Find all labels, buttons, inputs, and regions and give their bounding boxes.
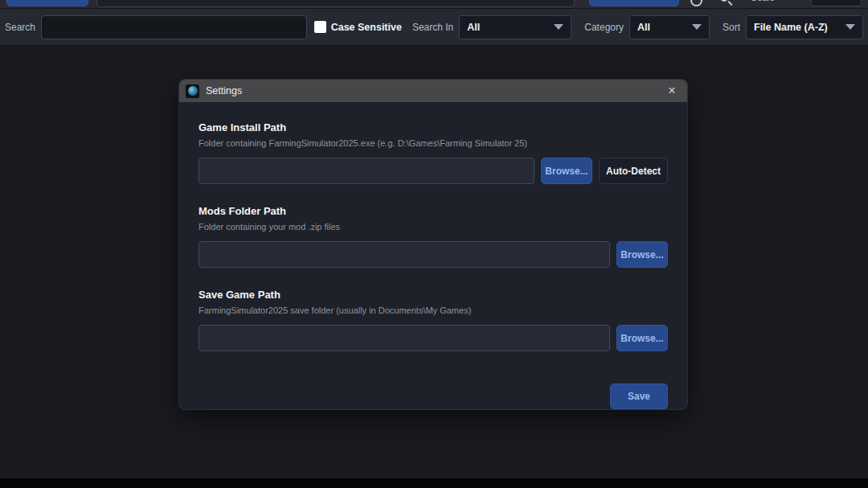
section-heading: Save Game Path xyxy=(199,289,668,301)
select-folder-button[interactable]: Select Folder xyxy=(6,0,88,6)
sort-value: File Name (A-Z) xyxy=(754,22,828,33)
section-mods-folder-path: Mods Folder Path Folder containing your … xyxy=(199,205,668,289)
browse-save-path-button[interactable]: Browse... xyxy=(616,325,668,351)
sort-dropdown[interactable]: File Name (A-Z) xyxy=(746,15,863,39)
folder-path-input[interactable] xyxy=(96,0,575,7)
search-in-label: Search In xyxy=(412,22,453,33)
chevron-down-icon xyxy=(692,24,702,30)
section-heading: Game Install Path xyxy=(199,121,668,133)
search-in-value: All xyxy=(467,22,480,33)
auto-detect-button[interactable]: Auto-Detect xyxy=(599,158,668,184)
save-game-path-input[interactable] xyxy=(199,325,610,351)
section-description: Folder containing your mod .zip files xyxy=(199,222,668,232)
chevron-down-icon xyxy=(554,24,563,30)
chevron-down-icon xyxy=(845,24,855,30)
case-sensitive-label: Case Sensitive xyxy=(331,22,402,33)
main-content-area: Settings × Game Install Path Folder cont… xyxy=(0,47,868,478)
mods-folder-path-input[interactable] xyxy=(199,241,610,268)
save-button[interactable]: Save xyxy=(610,383,668,409)
dialog-body: Game Install Path Folder containing Farm… xyxy=(179,102,687,409)
category-dropdown[interactable]: All xyxy=(629,15,710,39)
section-save-game-path: Save Game Path FarmingSimulator2025 save… xyxy=(199,289,668,372)
sort-label: Sort xyxy=(723,22,740,33)
game-install-path-input[interactable] xyxy=(199,158,534,184)
image-scale-label: Image Scale xyxy=(751,0,803,3)
dialog-titlebar[interactable]: Settings × xyxy=(179,80,687,102)
dialog-title: Settings xyxy=(206,85,242,96)
filter-bar: Search Case Sensitive Search In All Cate… xyxy=(0,9,868,46)
image-scale-value: 100% xyxy=(817,0,841,2)
category-value: All xyxy=(637,22,650,33)
top-toolbar: Select Folder Load Files Image Scale 100… xyxy=(0,0,868,9)
case-sensitive-checkbox[interactable] xyxy=(314,21,326,33)
close-icon[interactable]: × xyxy=(663,84,681,97)
refresh-icon[interactable] xyxy=(679,0,702,8)
browse-game-path-button[interactable]: Browse... xyxy=(541,158,592,184)
section-heading: Mods Folder Path xyxy=(199,205,668,217)
section-description: FarmingSimulator2025 save folder (usuall… xyxy=(199,306,668,315)
search-input[interactable] xyxy=(41,15,307,39)
section-game-install-path: Game Install Path Folder containing Farm… xyxy=(199,121,668,205)
section-description: Folder containing FarmingSimulator2025.e… xyxy=(199,138,668,148)
search-label: Search xyxy=(5,22,35,33)
search-in-dropdown[interactable]: All xyxy=(459,15,571,39)
window-bottom-edge xyxy=(0,478,868,488)
settings-dialog: Settings × Game Install Path Folder cont… xyxy=(178,79,688,410)
browse-mods-path-button[interactable]: Browse... xyxy=(616,241,668,268)
load-files-button[interactable]: Load Files xyxy=(589,0,679,6)
category-label: Category xyxy=(584,22,624,33)
app-logo-icon xyxy=(186,84,199,98)
zoom-icon[interactable] xyxy=(702,0,733,8)
image-scale-dropdown[interactable]: 100% xyxy=(811,0,862,6)
